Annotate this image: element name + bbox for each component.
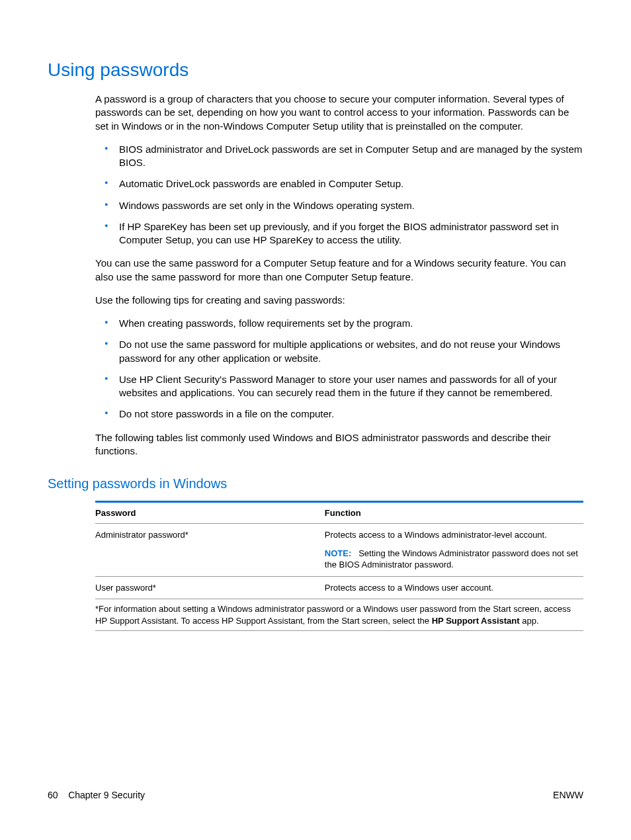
- table-footnote: *For information about setting a Windows…: [95, 599, 583, 631]
- list-item: BIOS administrator and DriveLock passwor…: [95, 143, 583, 170]
- table-cell-function: Protects access to a Windows user accoun…: [325, 576, 583, 599]
- chapter-label: Chapter 9 Security: [68, 790, 145, 800]
- table-header-function: Function: [325, 502, 583, 524]
- table-header-password: Password: [95, 502, 325, 524]
- list-item: Automatic DriveLock passwords are enable…: [95, 177, 583, 190]
- list-item: Use HP Client Security's Password Manage…: [95, 373, 583, 400]
- body-paragraph: Use the following tips for creating and …: [95, 294, 583, 307]
- bullet-list-2: When creating passwords, follow requirem…: [95, 317, 583, 421]
- password-table-container: Password Function Administrator password…: [95, 501, 583, 631]
- password-table: Password Function Administrator password…: [95, 501, 583, 599]
- table-cell-password: User password*: [95, 576, 325, 599]
- table-cell-password: Administrator password*: [95, 524, 325, 577]
- section-subheading: Setting passwords in Windows: [48, 476, 583, 491]
- bullet-list-1: BIOS administrator and DriveLock passwor…: [95, 143, 583, 247]
- body-paragraph: You can use the same password for a Comp…: [95, 257, 583, 284]
- function-text: Protects access to a Windows administrat…: [325, 530, 547, 540]
- table-header-row: Password Function: [95, 502, 583, 524]
- list-item: When creating passwords, follow requirem…: [95, 317, 583, 330]
- page-heading: Using passwords: [48, 60, 583, 81]
- page-footer: 60 Chapter 9 Security ENWW: [48, 790, 583, 800]
- body-content: A password is a group of characters that…: [95, 93, 583, 458]
- table-row: Administrator password* Protects access …: [95, 524, 583, 577]
- table-cell-function: Protects access to a Windows administrat…: [325, 524, 583, 577]
- footer-left: 60 Chapter 9 Security: [48, 790, 145, 800]
- table-row: User password* Protects access to a Wind…: [95, 576, 583, 599]
- body-paragraph: The following tables list commonly used …: [95, 431, 583, 458]
- list-item: Do not store passwords in a file on the …: [95, 407, 583, 421]
- list-item: If HP SpareKey has been set up previousl…: [95, 220, 583, 247]
- footer-right: ENWW: [553, 790, 583, 800]
- page-number: 60: [48, 790, 58, 800]
- note-block: NOTE: Setting the Windows Administrator …: [325, 548, 579, 571]
- note-label: NOTE:: [325, 548, 351, 558]
- document-page: Using passwords A password is a group of…: [0, 0, 631, 671]
- footnote-bold: HP Support Assistant: [432, 616, 520, 626]
- footnote-text-post: app.: [520, 616, 539, 626]
- list-item: Do not use the same password for multipl…: [95, 338, 583, 365]
- intro-paragraph: A password is a group of characters that…: [95, 93, 583, 133]
- note-text: Setting the Windows Administrator passwo…: [325, 548, 578, 570]
- list-item: Windows passwords are set only in the Wi…: [95, 199, 583, 212]
